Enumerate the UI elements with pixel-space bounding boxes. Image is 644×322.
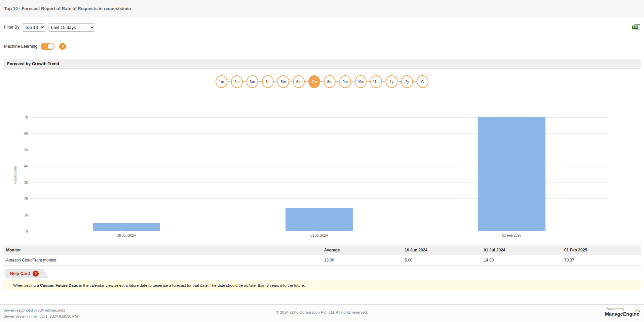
help-question-icon[interactable]: ?	[59, 43, 66, 50]
pill-connector	[274, 81, 277, 82]
range-pill-6m[interactable]: 6m	[293, 75, 305, 88]
y-tick-label: 60	[24, 132, 28, 135]
forecast-panel-title: Forecast by Growth Trend	[7, 62, 59, 66]
col-monitor: Monitor	[3, 245, 321, 255]
range-pill-row: 1m 2m 3m 4m 5m 6m 7m 8m 9m 10m 11m 1y 2y…	[3, 75, 641, 88]
table-header-row: Monitor Average 16 Jun 2024 01 Jul 2024 …	[3, 245, 641, 255]
footer: Server responded in 734 milliseconds Ser…	[0, 304, 644, 322]
brand-manage: Manage	[605, 311, 623, 317]
manageengine-swoosh-icon	[635, 309, 640, 313]
bar-16-jun-2024[interactable]	[93, 223, 160, 231]
page-title: Top 10 - Forecast Report of Rate of Requ…	[4, 6, 131, 11]
footer-brand: Powered by ManageEngine	[605, 307, 639, 317]
help-card-note: When setting a Custom Future Date, in th…	[3, 280, 641, 290]
forecast-panel-header: Forecast by Growth Trend	[3, 59, 641, 69]
titlebar: Top 10 - Forecast Report of Rate of Requ…	[0, 0, 644, 17]
range-pill-5m[interactable]: 5m	[277, 75, 289, 88]
y-tick-label: 20	[24, 197, 28, 201]
help-card-tab: Help Card ?	[5, 269, 49, 278]
forecast-panel: Forecast by Growth Trend 1m 2m 3m 4m 5m …	[3, 59, 641, 241]
csv-badge-label: CSV	[632, 26, 638, 29]
y-tick-label: 70	[24, 116, 28, 119]
x-axis-label: 01 Feb 2025	[502, 234, 521, 237]
col-date-1: 16 Jun 2024	[401, 245, 480, 255]
y-tick-label: 30	[24, 180, 28, 184]
powered-by-label: Powered by	[606, 307, 639, 311]
range-pill-1y[interactable]: 1y	[386, 75, 397, 88]
pill-connector	[320, 81, 324, 82]
period-select[interactable]: Last 15 days	[48, 23, 95, 32]
col-date-2: 01 Jul 2024	[480, 245, 561, 255]
footer-copyright: © 2024 Zoho Corporation Pvt. Ltd. All ri…	[276, 310, 368, 314]
col-average: Average	[321, 245, 401, 255]
note-prefix: When setting a	[13, 283, 40, 287]
pill-connector	[336, 81, 339, 82]
range-pill-10m[interactable]: 10m	[355, 75, 367, 88]
pill-connector	[397, 81, 401, 82]
pill-connector	[227, 81, 231, 82]
help-card-label: Help Card	[10, 271, 30, 276]
range-pill-2m[interactable]: 2m	[231, 75, 243, 88]
range-pill-custom[interactable]: C	[417, 75, 428, 88]
filter-by-label: Filter By	[4, 25, 20, 30]
pill-connector	[413, 81, 417, 82]
range-pill-7m-selected[interactable]: 7m	[308, 75, 320, 88]
range-pill-1m[interactable]: 1m	[216, 75, 227, 88]
range-pill-8m[interactable]: 8m	[324, 75, 336, 88]
pill-connector	[289, 81, 293, 82]
machine-learning-label: Machine Learning	[4, 44, 37, 49]
chart-plot: 16 Jun 202401 Jul 202401 Feb 2025	[30, 117, 608, 231]
y-tick-label: 0	[26, 230, 28, 233]
note-suffix: , in the calendar view select a future d…	[77, 283, 305, 287]
page: Top 10 - Forecast Report of Rate of Requ…	[0, 0, 644, 322]
pill-connector	[367, 81, 370, 82]
y-tick-label: 40	[24, 164, 28, 168]
csv-export-icon[interactable]: CSV	[633, 24, 641, 31]
toggle-knob	[48, 43, 54, 49]
cell-date-1: 5.00	[401, 255, 480, 266]
table-row: Amazon CloudFront monitor 13.00 5.00 14.…	[3, 255, 641, 266]
y-axis-labels: 010203040506070	[3, 117, 28, 231]
pill-connector	[305, 81, 308, 82]
pill-connector	[243, 81, 247, 82]
x-tick	[126, 231, 127, 232]
pill-connector	[351, 81, 355, 82]
help-card-question-icon[interactable]: ?	[33, 271, 39, 277]
bar-01-jul-2024[interactable]	[286, 208, 353, 231]
pill-connector	[258, 81, 262, 82]
server-response-time: Server responded in 734 milliseconds	[3, 307, 78, 313]
cell-average: 13.00	[321, 255, 401, 266]
col-date-3: 01 Feb 2025	[561, 245, 641, 255]
machine-learning-toggle[interactable]	[41, 43, 54, 50]
monitor-link[interactable]: Amazon CloudFront monitor	[6, 258, 56, 263]
x-tick	[512, 231, 512, 232]
range-pill-2y[interactable]: 2y	[401, 75, 413, 88]
y-tick-label: 50	[24, 148, 28, 152]
x-axis-label: 01 Jul 2024	[310, 234, 328, 237]
x-axis-label: 16 Jun 2024	[117, 234, 136, 237]
server-system-time: Server System Time : Jul 1, 2024 6:58:30…	[3, 313, 78, 319]
filter-row: Filter By Top 10 Last 15 days CSV	[4, 23, 641, 32]
forecast-panel-body: 1m 2m 3m 4m 5m 6m 7m 8m 9m 10m 11m 1y 2y…	[3, 75, 641, 248]
monitor-table: Monitor Average 16 Jun 2024 01 Jul 2024 …	[3, 245, 641, 266]
bar-01-feb-2025[interactable]	[478, 117, 545, 231]
range-pill-9m[interactable]: 9m	[339, 75, 351, 88]
x-tick	[319, 231, 319, 232]
top-n-select[interactable]: Top 10	[22, 23, 45, 32]
machine-learning-row: Machine Learning ?	[4, 42, 644, 51]
pill-connector	[382, 81, 386, 82]
manageengine-logo: ManageEngine	[605, 311, 639, 317]
footer-server-info: Server responded in 734 milliseconds Ser…	[3, 307, 78, 319]
note-bold: Custom Future Date	[40, 283, 77, 287]
cell-date-3: 70.37	[561, 255, 641, 266]
range-pill-4m[interactable]: 4m	[262, 75, 274, 88]
range-pill-3m[interactable]: 3m	[247, 75, 258, 88]
cell-date-2: 14.00	[480, 255, 561, 266]
y-tick-label: 10	[24, 213, 28, 217]
range-pill-11m[interactable]: 11m	[370, 75, 382, 88]
